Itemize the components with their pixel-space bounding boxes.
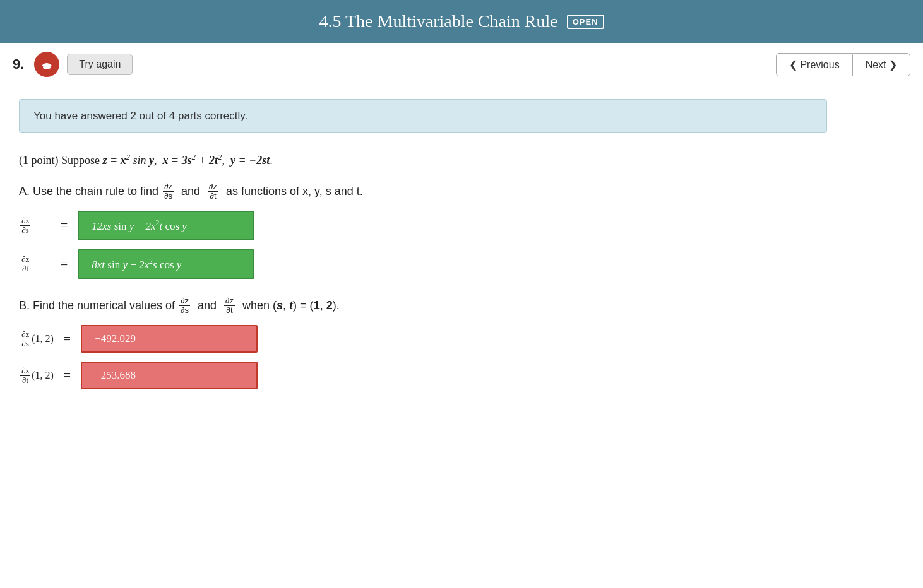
answer-a1-equals: =: [61, 218, 68, 233]
part-a-section: A. Use the chain rule to find ∂z∂s and ∂…: [19, 182, 865, 279]
answer-b2-value: −253.688: [95, 369, 136, 381]
main-content: You have answered 2 out of 4 parts corre…: [0, 86, 884, 432]
answer-b2-label: ∂z∂t(1, 2): [19, 367, 54, 385]
answer-a1-box: 12xs sin y − 2x2t cos y: [78, 211, 254, 240]
frac-dz-ds-header: ∂z∂s: [163, 182, 174, 201]
answer-b1-equals: =: [64, 332, 71, 346]
answer-b1-row: ∂z∂s(1, 2) = −492.029: [19, 325, 865, 353]
avatar: [34, 52, 59, 77]
problem-points: (1 point) Suppose: [19, 154, 103, 167]
page-title: 4.5 The Multivariable Chain Rule: [319, 11, 557, 32]
frac-dz-dt-b: ∂z∂t: [224, 297, 235, 315]
frac-dz-ds-b: ∂z∂s: [179, 297, 190, 315]
status-message: You have answered 2 out of 4 parts corre…: [33, 110, 247, 122]
previous-button[interactable]: ❮ Previous: [776, 53, 852, 76]
status-box: You have answered 2 out of 4 parts corre…: [19, 99, 827, 133]
frac-dz-dt-header: ∂z∂t: [208, 182, 218, 201]
try-again-button[interactable]: Try again: [67, 54, 133, 75]
answer-b1-box: −492.029: [81, 325, 258, 353]
answer-a2-label: ∂z∂t: [19, 255, 51, 274]
page-header: 4.5 The Multivariable Chain Rule OPEN: [0, 0, 923, 43]
svg-rect-1: [43, 66, 51, 69]
nav-buttons: ❮ Previous Next ❯: [776, 53, 910, 76]
next-button[interactable]: Next ❯: [852, 53, 910, 76]
answer-a1-row: ∂z∂s = 12xs sin y − 2x2t cos y: [19, 211, 865, 240]
answer-b1-value: −492.029: [95, 332, 136, 344]
answer-b1-label: ∂z∂s(1, 2): [19, 330, 54, 349]
part-b-section: B. Find the numerical values of ∂z∂s and…: [19, 297, 865, 390]
open-badge: OPEN: [567, 15, 604, 29]
part-b-label: B. Find the numerical values of ∂z∂s and…: [19, 297, 865, 315]
answer-a2-equals: =: [61, 257, 68, 271]
answer-b2-box: −253.688: [81, 362, 258, 389]
answer-b2-equals: =: [64, 368, 71, 383]
answer-b2-row: ∂z∂t(1, 2) = −253.688: [19, 362, 865, 389]
part-a-label: A. Use the chain rule to find ∂z∂s and ∂…: [19, 182, 865, 201]
answer-a2-box: 8xt sin y − 2x2s cos y: [78, 249, 254, 279]
problem-statement: (1 point) Suppose z = x2 sin y, x = 3s2 …: [19, 151, 865, 170]
answer-a1-label: ∂z∂s: [19, 216, 51, 235]
question-number: 9.: [13, 56, 24, 73]
toolbar: 9. Try again ❮ Previous Next ❯: [0, 43, 923, 86]
answer-a2-row: ∂z∂t = 8xt sin y − 2x2s cos y: [19, 249, 865, 279]
